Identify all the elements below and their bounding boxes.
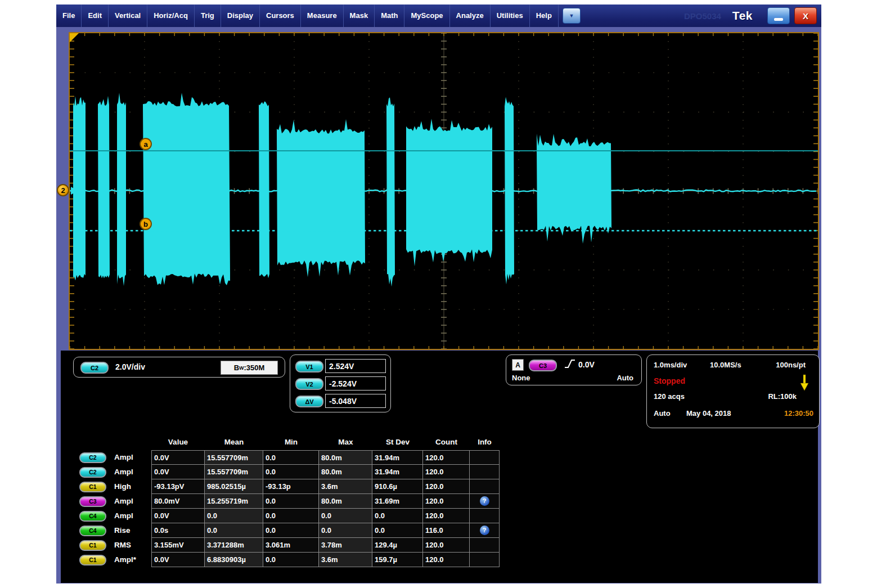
channel-badge[interactable]: C3 <box>79 496 106 507</box>
badge-cell: C2 <box>76 450 109 465</box>
column-header-blank <box>109 434 151 450</box>
measurement-count: 120.0 <box>423 479 470 494</box>
time-readout: 12:30:50 <box>784 409 813 418</box>
measurement-stdev: 159.7µ <box>372 553 423 567</box>
measurement-min: 0.0 <box>263 509 319 523</box>
measurement-name: Ampl <box>109 494 151 509</box>
acquisition-status: Stopped <box>654 376 685 385</box>
badge-cell: C3 <box>76 494 109 509</box>
cursor-v2-row: V2 -2.524V <box>290 375 390 391</box>
trigger-a-badge[interactable]: A <box>512 359 524 371</box>
menu-measure[interactable]: Measure <box>301 5 344 27</box>
measurement-row: C1High-93.13pV985.02515µ-93.13p3.6m910.6… <box>76 479 500 494</box>
menu-utilities[interactable]: Utilities <box>491 5 530 27</box>
info-icon[interactable]: ? <box>480 496 489 506</box>
waveform-display: ab <box>70 33 818 349</box>
channel-badge[interactable]: C2 <box>79 452 106 463</box>
measurement-max: 0.0 <box>319 509 372 523</box>
cursor-v1-value: 2.524V <box>325 359 386 373</box>
menu-overflow-button[interactable]: ▼ <box>563 8 581 24</box>
measurement-value: 0.0s <box>151 523 205 538</box>
channel-badge[interactable]: C1 <box>79 482 106 492</box>
channel-badge[interactable]: C2 <box>79 467 106 478</box>
menu-display[interactable]: Display <box>221 5 260 27</box>
measurement-stdev: 910.6µ <box>372 479 423 494</box>
trigger-readout-box: A C3 0.0V None Auto <box>506 354 642 385</box>
measurement-max: 80.0m <box>319 450 372 465</box>
cursor-dv-value: -5.048V <box>325 394 386 408</box>
close-button[interactable]: X <box>794 7 817 24</box>
measurement-value: 3.155mV <box>151 538 205 553</box>
cursor-v2-badge[interactable]: V2 <box>295 378 323 390</box>
measurement-stdev: 31.94m <box>372 465 423 479</box>
acquisition-readout-box: 1.0ms/div 10.0MS/s 100ns/pt Stopped 120 … <box>646 354 820 428</box>
bw-sub: W <box>239 365 244 371</box>
measurement-name: High <box>109 479 151 494</box>
measurement-min: 0.0 <box>263 523 319 538</box>
column-header-blank <box>76 434 109 450</box>
sample-rate-readout: 10.0MS/s <box>710 361 741 369</box>
measurement-count: 120.0 <box>423 465 470 479</box>
channel-badge[interactable]: C1 <box>79 540 106 551</box>
badge-cell: C1 <box>76 553 109 567</box>
measurement-row: C4Ampl0.0V0.00.00.00.0120.0 <box>76 509 500 523</box>
cursor-v2-value: -2.524V <box>325 376 386 390</box>
menu-math[interactable]: Math <box>375 5 404 27</box>
timebase-readout[interactable]: 1.0ms/div <box>654 361 687 369</box>
measurement-row: C2Ampl0.0V15.557709m0.080.0m31.94m120.0 <box>76 450 500 465</box>
measurement-count: 120.0 <box>423 553 470 567</box>
measurement-min: 0.0 <box>263 553 319 567</box>
channel-badge[interactable]: C2 <box>80 362 109 374</box>
measurement-min: 3.061m <box>263 538 319 553</box>
channel-badge[interactable]: C4 <box>79 511 106 522</box>
badge-cell: C2 <box>76 465 109 479</box>
menu-file[interactable]: File <box>56 5 82 27</box>
menu-myscope[interactable]: MyScope <box>404 5 449 27</box>
menu-mask[interactable]: Mask <box>344 5 375 27</box>
menu-trig[interactable]: Trig <box>195 5 221 27</box>
column-header-count: Count <box>423 434 470 450</box>
trigger-level[interactable]: 0.0V <box>578 360 595 369</box>
vertical-scale[interactable]: 2.0V/div <box>115 362 145 371</box>
trigger-mode[interactable]: None <box>512 374 530 382</box>
menu-help[interactable]: Help <box>530 5 559 27</box>
channel2-position-marker[interactable]: 2 <box>57 184 69 196</box>
measurement-max: 0.0 <box>319 523 372 538</box>
minimize-button[interactable] <box>767 7 790 24</box>
trigger-source-badge[interactable]: C3 <box>529 360 557 371</box>
cursor-v1-row: V1 2.524V <box>290 358 390 374</box>
measurement-value: 0.0V <box>151 509 205 523</box>
info-icon[interactable]: ? <box>480 526 489 535</box>
measurement-value: 80.0mV <box>151 494 205 509</box>
measurement-stdev: 0.0 <box>372 509 423 523</box>
cursor-dv-badge[interactable]: ΔV <box>295 396 323 407</box>
measurement-value: 0.0V <box>151 450 205 465</box>
waveform-graticule[interactable]: ab <box>69 32 819 350</box>
trigger-coupling[interactable]: Auto <box>617 374 633 382</box>
measurement-max: 80.0m <box>319 494 372 509</box>
info-cell: ? <box>470 494 500 509</box>
channel-badge[interactable]: C4 <box>79 526 106 536</box>
measurement-min: -93.13p <box>263 479 319 494</box>
measurement-mean: 15.557709m <box>205 450 263 465</box>
info-cell: ? <box>470 523 500 538</box>
menu-cursors[interactable]: Cursors <box>260 5 301 27</box>
measurement-name: Rise <box>109 523 151 538</box>
measurement-value: 0.0V <box>151 465 205 479</box>
measurement-stdev: 129.4µ <box>372 538 423 553</box>
channel-badge[interactable]: C1 <box>79 555 106 565</box>
column-header-min: Min <box>263 434 319 450</box>
oscilloscope-window: FileEditVerticalHoriz/AcqTrigDisplayCurs… <box>56 5 821 583</box>
menu-edit[interactable]: Edit <box>82 5 109 27</box>
bandwidth-readout[interactable]: BW:350M <box>221 361 278 375</box>
resolution-readout: 100ns/pt <box>776 361 806 369</box>
measurement-count: 120.0 <box>423 494 470 509</box>
menu-analyze[interactable]: Analyze <box>450 5 491 27</box>
menu-vertical[interactable]: Vertical <box>109 5 147 27</box>
measurement-stdev: 0.0 <box>372 523 423 538</box>
column-header-info: Info <box>470 434 500 450</box>
cursor-readout-box: V1 2.524V V2 -2.524V ΔV -5.048V <box>290 354 391 412</box>
column-header-value: Value <box>151 434 205 450</box>
menu-horizacq[interactable]: Horiz/Acq <box>147 5 195 27</box>
cursor-v1-badge[interactable]: V1 <box>295 361 323 372</box>
